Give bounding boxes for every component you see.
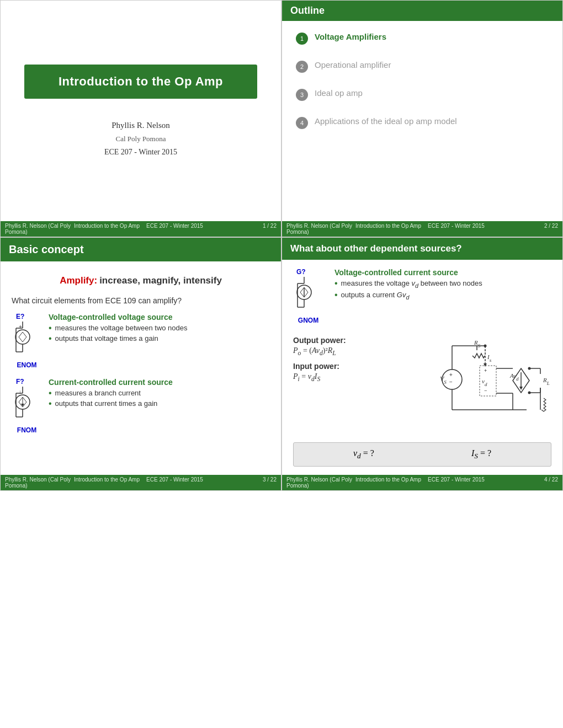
outline-label-2: Operational amplifier [315,60,391,69]
cccs-bullet-2: • outputs that current times a gain [49,399,270,408]
slide-4-footer: Phyllis R. Nelson (Cal Poly Pomona) Intr… [282,475,562,490]
bullet-dot-icon: • [49,324,52,333]
output-power-label: Output power: [293,336,346,345]
footer-page: 4 / 22 [490,477,558,489]
output-power: Output power: Po = (Avd)²RL [293,335,413,357]
circuit-diagram: RS + − VS [424,335,551,429]
outline-content: 1 Voltage Amplifiers 2 Operational ampli… [282,21,562,221]
amplify-word: Amplify: [60,275,97,286]
vcvs-top-label: E? [16,313,24,320]
bullet-dot-icon: • [334,291,338,299]
author-name: Phyllis R. Nelson [111,121,169,130]
svg-text:RL: RL [543,377,550,386]
outline-item-1: 1 Voltage Amplifiers [296,32,549,45]
cccs-top-label: F? [16,378,24,386]
cccs-bullet-1: • measures a branch current [49,389,270,398]
slide-4-content: G? GNOM Voltage-control [282,260,562,475]
outline-label-1: Voltage Amplifiers [315,32,386,41]
vccs-label: GNOM [298,317,318,324]
gray-box-left: vd = ? [353,448,374,461]
slide-3-content: Amplify: increase, magnify, intensify Wh… [1,261,281,475]
footer-center: Introduction to the Op Amp [73,223,141,235]
slide-title: Introduction to the Op Amp [41,74,240,89]
footer-page: 3 / 22 [209,477,277,489]
vccs-top-label: G? [296,268,306,276]
gray-box-right: IS = ? [471,448,491,461]
bullet-dot-icon: • [49,399,52,408]
slide-4: What about other dependent sources? G? [282,237,563,491]
svg-text:Is: Is [487,354,492,363]
footer-center: Introduction to the Op Amp [354,223,422,235]
input-power-label: Input power: [293,362,339,371]
footer-center: Introduction to the Op Amp [73,477,141,489]
vcvs-label: ENOM [17,361,37,369]
slide-4-header: What about other dependent sources? [282,238,562,260]
svg-text:↓: ↓ [19,389,22,395]
slide-1-footer: Phyllis R. Nelson (Cal Poly Pomona) Intr… [1,221,281,237]
bullet-dot-icon: • [49,389,52,398]
outline-num-2: 2 [296,61,308,73]
svg-text:vd: vd [482,378,487,387]
vcvs-symbol: + [12,322,42,360]
vcvs-diagram: E? + [12,313,42,369]
institution-name: Cal Poly Pomona [115,135,166,143]
svg-text:+: + [449,372,453,378]
footer-page: 2 / 22 [490,223,558,235]
outline-num-4: 4 [296,117,308,129]
slide-1-content: Introduction to the Op Amp Phyllis R. Ne… [1,1,281,221]
outline-num-3: 3 [296,89,308,101]
outline-item-4: 4 Applications of the ideal op amp model [296,116,549,129]
output-power-eq: Po = (Avd)²RL [293,346,336,355]
slide-2-footer: Phyllis R. Nelson (Cal Poly Pomona) Intr… [282,221,562,237]
outline-label-4: Applications of the ideal op amp model [315,116,457,126]
input-power-eq: Pi = vdIS [293,372,320,381]
cccs-symbol: ↓ [12,387,42,425]
cccs-row: F? ↓ FNOM [12,378,270,434]
amplifier-circuit-svg: RS + − VS [424,338,551,426]
slide-3-footer: Phyllis R. Nelson (Cal Poly Pomona) Intr… [1,475,281,490]
vcvs-bullet-1: • measures the voltage between two nodes [49,324,270,333]
power-text: Output power: Po = (Avd)²RL Input power:… [293,335,413,429]
course-name: ECE 207 - Winter 2015 [104,148,177,157]
svg-text:+: + [19,324,22,330]
svg-text:−: − [449,379,453,385]
vcvs-info: Voltage-controlled voltage source • meas… [49,313,270,345]
outline-label-3: Ideal op amp [315,88,363,98]
svg-marker-49 [519,387,523,390]
footer-course: ECE 207 - Winter 2015 [422,477,490,489]
svg-text:−: − [484,388,487,393]
input-power: Input power: Pi = vdIS [293,361,413,383]
vcvs-title: Voltage-controlled voltage source [49,313,270,322]
slide-2: Outline 1 Voltage Amplifiers 2 Operation… [282,0,563,237]
footer-course: ECE 207 - Winter 2015 [141,223,209,235]
outline-item-3: 3 Ideal op amp [296,88,549,101]
power-section: Output power: Po = (Avd)²RL Input power:… [293,335,551,429]
footer-left: Phyllis R. Nelson (Cal Poly Pomona) [5,477,73,489]
title-box: Introduction to the Op Amp [24,65,257,99]
svg-text:+: + [484,368,487,373]
slide-3: Basic concept Amplify: increase, magnify… [0,237,282,491]
svg-marker-3 [19,332,26,342]
vcvs-row: E? + [12,313,270,369]
amplify-rest: increase, magnify, intensify [99,275,222,286]
vccs-row: G? GNOM Voltage-control [293,268,551,324]
footer-left: Phyllis R. Nelson (Cal Poly Pomona) [5,223,73,235]
footer-page: 1 / 22 [209,223,277,235]
outputs-current-text: outputs a current Gvd [341,291,410,301]
svg-point-54 [528,391,531,394]
vcvs-bullet-2: • outputs that voltage times a gain [49,334,270,343]
footer-left: Phyllis R. Nelson (Cal Poly Pomona) [286,223,354,235]
slide-3-header: Basic concept [1,238,281,261]
vccs-info: Voltage-controlled current source • meas… [334,268,551,302]
svg-marker-39 [484,363,487,367]
slide-1: Introduction to the Op Amp Phyllis R. Ne… [0,0,282,237]
footer-left: Phyllis R. Nelson (Cal Poly Pomona) [286,477,354,489]
vccs-title: Voltage-controlled current source [334,268,551,277]
bullet-dot-icon: • [49,334,52,343]
slide-2-header: Outline [282,1,562,21]
vccs-bullet-1: • measures the voltage vd between two no… [334,279,551,289]
cccs-label: FNOM [17,426,36,434]
vccs-bullet-2: • outputs a current Gvd [334,291,551,301]
vccs-symbol [293,277,323,315]
cccs-diagram: F? ↓ FNOM [12,378,42,434]
